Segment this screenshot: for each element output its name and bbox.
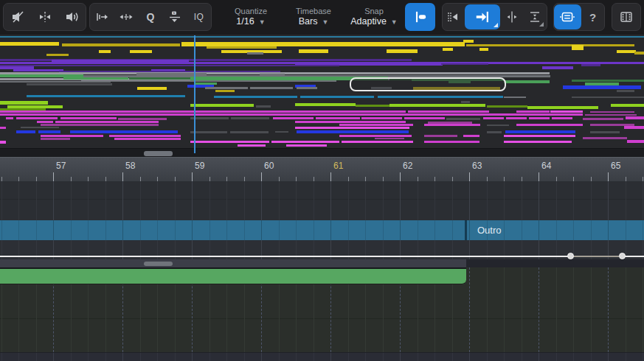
overview-bar [38,130,60,133]
dropdown-corner-icon [539,22,544,27]
follow-playhead-icon [474,9,491,25]
automation-lane[interactable] [0,259,644,267]
overview-bar [295,121,406,123]
overview-bar [109,135,181,137]
input-quantize-label: IQ [194,12,204,22]
snap-enabled-button[interactable] [405,3,435,31]
grid-bar-line [400,181,401,220]
dropdown-corner-icon [494,23,498,27]
overview-bar [37,121,53,123]
ruler-bar-label: 61 [333,161,343,171]
song-overview-navigator[interactable] [0,35,644,157]
split-view-button[interactable] [502,5,522,29]
section[interactable] [0,220,465,240]
instrument-clip[interactable] [0,267,466,284]
grid-bar-line [400,353,401,361]
arrangement-track[interactable]: Outro [0,220,644,240]
grid-beat-line [105,220,106,240]
snap-flag-icon [412,9,429,25]
overview-playhead[interactable] [194,35,195,153]
macro-panel-button[interactable] [554,4,581,29]
grid-beat-line [314,181,314,220]
overview-scrollbar-handle[interactable] [144,151,173,156]
ruler-bar-tick [330,172,331,181]
track-lane-grid[interactable] [0,181,644,220]
video-button[interactable] [614,5,638,29]
overview-bar [408,111,489,113]
grid-bar-line [400,220,401,240]
scroll-page-button[interactable] [443,5,463,29]
grid-beat-line [452,181,453,220]
overview-bar [611,104,644,107]
overview-bar [585,114,637,116]
grid-beat-line [226,181,227,220]
overview-bar [617,90,634,92]
overview-bar [0,141,6,144]
grid-bar-line [330,353,331,361]
ruler-bar-tick [192,172,193,181]
overview-bar [230,131,269,133]
speaker-muted-button[interactable] [6,5,30,29]
snap-dropdown[interactable]: Snap Adaptive ▼ [344,3,404,31]
overview-selected-clip[interactable] [350,77,506,91]
overview-bar [590,111,634,113]
overview-bar [0,36,644,38]
grid-beat-line [244,353,245,361]
grid-bar-line [608,267,609,352]
bend-marker-button[interactable]: b [163,5,187,29]
grid-beat-line [365,220,366,240]
automation-point[interactable] [567,253,574,259]
grid-beat-line [504,267,505,352]
overview-bar [487,105,527,108]
quantize-button[interactable]: Q [139,5,162,29]
grid-beat-line [1,181,2,220]
timeline-ruler[interactable]: 575859606162636465 [0,157,644,181]
timestretch-button[interactable] [114,5,138,29]
grid-bar-line [539,220,539,240]
input-quantize-button[interactable]: IQ [187,5,211,29]
overview-bar [527,106,598,109]
quantize-dropdown[interactable]: Quantize 1/16 ▼ [221,3,280,31]
grid-beat-line [1,220,2,240]
scroll-page-icon [446,10,460,24]
overview-bar [504,80,550,83]
overview-bar [375,138,404,139]
grid-beat-line [296,220,297,240]
autoscroll-button[interactable] [465,4,500,29]
ruler-bar-label: 57 [56,161,66,171]
grid-beat-line [556,353,557,361]
overview-bar [286,144,327,147]
overview-bar [424,124,480,126]
grid-bar-line [53,220,54,240]
nudge-button[interactable] [90,5,114,29]
overview-bar [463,40,474,43]
macro-panel-icon [559,9,575,25]
grid-bar-line [122,181,123,220]
audition-button[interactable] [33,5,57,29]
grid-bar-line [122,220,123,240]
overview-bar [389,104,485,107]
overview-bar [99,50,111,53]
grid-beat-line [504,220,505,240]
grid-beat-line [626,267,626,352]
grid-beat-line [573,267,574,352]
grid-beat-line [157,220,158,240]
grid-beat-line [556,181,557,220]
overview-bar [247,52,263,55]
overview-bar [295,103,356,106]
help-button[interactable]: ? [581,5,604,29]
overview-bar [256,105,271,108]
volume-button[interactable] [60,5,84,29]
vertical-zoom-button[interactable] [524,5,546,29]
automation-line[interactable] [0,256,644,257]
grid-beat-line [383,181,384,220]
overview-bar [361,117,402,119]
automation-region[interactable] [0,259,466,267]
overview-bar [626,116,644,119]
overview-bar [300,96,374,98]
speaker-muted-icon [10,10,25,24]
automation-point[interactable] [619,253,626,259]
automation-scrollbar-handle[interactable] [144,262,173,266]
timebase-dropdown[interactable]: Timebase Bars ▼ [285,3,342,31]
section-label: Outro [477,225,502,236]
